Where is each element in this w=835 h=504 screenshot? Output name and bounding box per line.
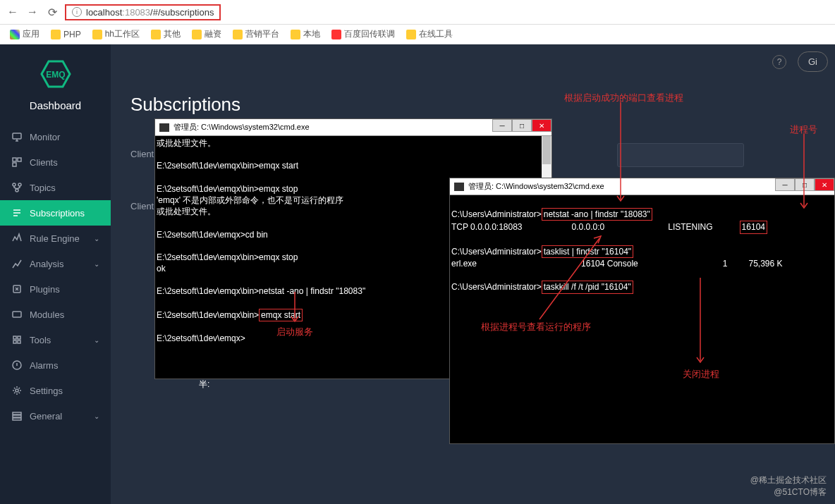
sidebar-item-label: Subscriptions xyxy=(30,208,85,219)
general-icon xyxy=(11,410,23,422)
bookmarks-bar: 应用 PHP hh工作区 其他 融资 营销平台 本地 百度回传联调 在线工具 xyxy=(0,25,835,44)
sidebar-item-analysis[interactable]: Analysis⌄ xyxy=(0,251,111,276)
terminal-title: 管理员: C:\Windows\system32\cmd.exe xyxy=(468,181,604,192)
sidebar-item-rule-engine[interactable]: Rule Engine⌄ xyxy=(0,226,111,251)
filter-input[interactable] xyxy=(617,143,744,167)
github-button[interactable]: Gi xyxy=(798,51,828,72)
sidebar-item-label: Rule Engine xyxy=(30,233,80,244)
brand-text: Dashboard xyxy=(0,99,111,111)
terminal-line: C:\Users\Administrator>tasklist | findst… xyxy=(451,245,833,258)
folder-icon xyxy=(406,30,416,39)
topbar: ? Gi xyxy=(765,51,835,72)
topics-icon xyxy=(11,182,23,193)
sidebar-item-label: Plugins xyxy=(30,284,60,295)
chevron-down-icon: ⌄ xyxy=(94,336,99,344)
close-button[interactable]: ✕ xyxy=(815,178,834,191)
arrow-icon xyxy=(614,102,628,204)
svg-rect-4 xyxy=(18,158,21,161)
terminal-line: C:\Users\Administrator>netstat -ano | fi… xyxy=(451,208,833,221)
sidebar-item-label: Topics xyxy=(30,183,56,193)
apps-button[interactable]: 应用 xyxy=(6,27,44,42)
browser-toolbar: ← → ⟳ i localhost:18083/#/subscriptions xyxy=(0,0,835,25)
svg-rect-11 xyxy=(13,336,16,339)
sidebar-item-label: Modules xyxy=(30,309,64,320)
terminal-line: E:\2setsoft\1dev\emqx\bin>emqx start xyxy=(157,160,550,171)
minimize-button[interactable]: ─ xyxy=(775,178,795,191)
bookmark-item[interactable]: hh工作区 xyxy=(88,27,144,42)
bookmark-item[interactable]: 在线工具 xyxy=(402,27,457,42)
sidebar-item-modules[interactable]: Modules xyxy=(0,302,111,327)
sidebar-item-label: Settings xyxy=(30,386,63,396)
plugins-icon xyxy=(11,283,23,295)
monitor-icon xyxy=(11,131,23,142)
help-icon[interactable]: ? xyxy=(772,55,786,69)
folder-icon xyxy=(151,30,161,39)
svg-rect-14 xyxy=(18,340,20,343)
sidebar-menu: Monitor Clients Topics Subscriptions Rul… xyxy=(0,124,111,504)
modules-icon xyxy=(11,309,23,320)
terminal-titlebar[interactable]: 管理员: C:\Windows\system32\cmd.exe ─ □ ✕ xyxy=(450,178,834,195)
terminal-window-2[interactable]: 管理员: C:\Windows\system32\cmd.exe ─ □ ✕ C… xyxy=(449,178,835,444)
terminal-title: 管理员: C:\Windows\system32\cmd.exe xyxy=(173,122,310,133)
folder-icon xyxy=(92,30,102,39)
alarms-icon xyxy=(11,359,23,371)
svg-rect-19 xyxy=(13,418,21,420)
arrow-icon xyxy=(693,278,707,366)
maximize-button[interactable]: □ xyxy=(512,119,532,132)
bookmark-item[interactable]: 融资 xyxy=(188,27,226,42)
cmd-icon xyxy=(159,123,169,132)
folder-icon xyxy=(192,30,202,39)
sidebar-item-general[interactable]: General⌄ xyxy=(0,403,111,429)
arrow-icon xyxy=(536,235,607,323)
arrow-icon xyxy=(797,134,811,211)
tools-icon xyxy=(11,334,23,345)
reload-button[interactable]: ⟳ xyxy=(45,5,59,19)
svg-rect-3 xyxy=(13,158,16,161)
url-text: localhost:18083/#/subscriptions xyxy=(86,7,214,18)
svg-point-8 xyxy=(16,189,18,192)
svg-rect-18 xyxy=(13,415,21,417)
scrollbar-thumb[interactable] xyxy=(542,136,551,164)
clients-icon xyxy=(11,156,23,168)
analysis-icon xyxy=(11,258,23,269)
emq-logo-icon: EMQ xyxy=(39,57,73,91)
info-icon: i xyxy=(72,7,82,17)
sidebar-item-subscriptions[interactable]: Subscriptions xyxy=(0,200,111,226)
cmd-icon xyxy=(454,183,464,191)
sidebar-item-tools[interactable]: Tools⌄ xyxy=(0,327,111,352)
sidebar-item-alarms[interactable]: Alarms xyxy=(0,352,111,378)
forward-button[interactable]: → xyxy=(25,5,39,19)
bookmark-item[interactable]: 本地 xyxy=(286,27,324,42)
watermark: @稀土掘金技术社区 @51CTO博客 xyxy=(750,474,827,498)
sidebar-item-settings[interactable]: Settings xyxy=(0,378,111,403)
terminal-body[interactable]: C:\Users\Administrator>netstat -ano | fi… xyxy=(450,195,834,443)
minimize-button[interactable]: ─ xyxy=(492,119,512,132)
sidebar-item-plugins[interactable]: Plugins xyxy=(0,276,111,302)
terminal-titlebar[interactable]: 管理员: C:\Windows\system32\cmd.exe ─ □ ✕ xyxy=(155,119,551,136)
logo-area: EMQ Dashboard xyxy=(0,44,111,124)
close-button[interactable]: ✕ xyxy=(532,119,551,132)
bookmark-item[interactable]: 营销平台 xyxy=(228,27,284,42)
svg-rect-2 xyxy=(13,133,21,139)
annotation-kill-process: 关闭进程 xyxy=(683,368,719,381)
arrow-icon xyxy=(288,292,302,324)
terminal-line: 或批处理文件。 xyxy=(157,137,550,149)
terminal-line: TCP 0.0.0.0:180830.0.0.0:0LISTENING16104 xyxy=(451,221,833,233)
sidebar-item-clients[interactable]: Clients xyxy=(0,149,111,175)
bookmark-item[interactable]: 百度回传联调 xyxy=(327,27,399,42)
sidebar-item-monitor[interactable]: Monitor xyxy=(0,124,111,149)
url-bar[interactable]: i localhost:18083/#/subscriptions xyxy=(65,4,221,20)
back-button[interactable]: ← xyxy=(6,5,20,19)
subscriptions-icon xyxy=(11,207,23,219)
bookmark-item[interactable]: PHP xyxy=(47,28,85,41)
sidebar-item-topics[interactable]: Topics xyxy=(0,175,111,200)
highlight-netstat: netstat -ano | findstr "18083" xyxy=(542,208,652,221)
chevron-down-icon: ⌄ xyxy=(94,260,99,268)
folder-icon xyxy=(233,30,243,39)
svg-text:EMQ: EMQ xyxy=(46,70,65,80)
page-title: Subscriptions xyxy=(130,94,240,116)
folder-icon xyxy=(291,30,300,39)
svg-point-6 xyxy=(13,183,16,186)
sidebar-item-label: Tools xyxy=(30,335,51,345)
bookmark-item[interactable]: 其他 xyxy=(147,27,185,42)
